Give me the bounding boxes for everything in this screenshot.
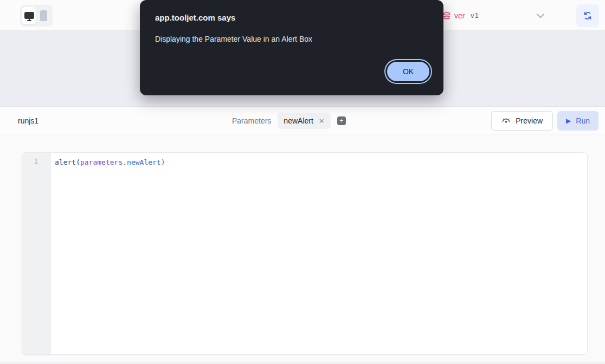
play-icon: ▶ — [566, 117, 571, 125]
query-panel-header: runjs1 Parameters newAlert ✕ + Preview — [0, 106, 605, 134]
alert-message: Displaying the Parameter Value in an Ale… — [155, 35, 312, 43]
query-name[interactable]: runjs1 — [18, 107, 38, 135]
parameters-group: Parameters newAlert ✕ + — [232, 107, 346, 135]
layers-icon — [442, 11, 451, 20]
refresh-icon — [583, 11, 593, 21]
code-token: newAlert — [127, 158, 161, 166]
code-token: parameters — [80, 158, 123, 166]
editor-code-area[interactable]: alert(parameters.newAlert) — [51, 153, 587, 167]
code-line: alert(parameters.newAlert) — [55, 157, 587, 167]
run-button[interactable]: ▶ Run — [557, 111, 598, 131]
code-token: ) — [161, 158, 165, 166]
code-token: . — [123, 158, 127, 166]
parameter-tag-label: newAlert — [284, 116, 313, 125]
close-icon[interactable]: ✕ — [319, 117, 325, 125]
alert-title: app.tooljet.com says — [155, 13, 235, 22]
code-token: alert — [55, 158, 76, 166]
mobile-icon — [40, 10, 47, 21]
device-toggle — [20, 5, 53, 27]
version-label: ver — [454, 11, 465, 20]
preview-button[interactable]: Preview — [491, 111, 553, 131]
browser-alert-dialog: app.tooljet.com says Displaying the Para… — [140, 0, 443, 95]
plus-icon: + — [339, 117, 343, 125]
version-dropdown-toggle[interactable] — [535, 0, 546, 31]
parameter-tag-newAlert[interactable]: newAlert ✕ — [278, 113, 330, 129]
version-value: v1 — [470, 11, 479, 20]
preview-label: Preview — [516, 116, 543, 125]
editor-gutter: 1 — [22, 153, 51, 354]
ok-button[interactable]: OK — [387, 62, 429, 81]
run-label: Run — [576, 116, 590, 125]
eye-icon — [501, 116, 511, 126]
query-actions: Preview ▶ Run — [491, 111, 598, 131]
mobile-toggle-button[interactable] — [37, 7, 50, 24]
version-selector[interactable]: ver v1 — [442, 0, 479, 31]
desktop-toggle-button[interactable] — [22, 7, 36, 24]
code-token: ( — [76, 158, 80, 166]
parameters-label: Parameters — [232, 116, 271, 125]
code-editor[interactable]: 1 alert(parameters.newAlert) — [22, 152, 588, 355]
line-number: 1 — [22, 157, 38, 165]
query-panel-body: 1 alert(parameters.newAlert) — [0, 134, 605, 364]
refresh-button[interactable] — [576, 4, 599, 27]
desktop-icon — [24, 12, 34, 20]
chevron-down-icon — [535, 10, 546, 22]
add-parameter-button[interactable]: + — [337, 116, 346, 125]
